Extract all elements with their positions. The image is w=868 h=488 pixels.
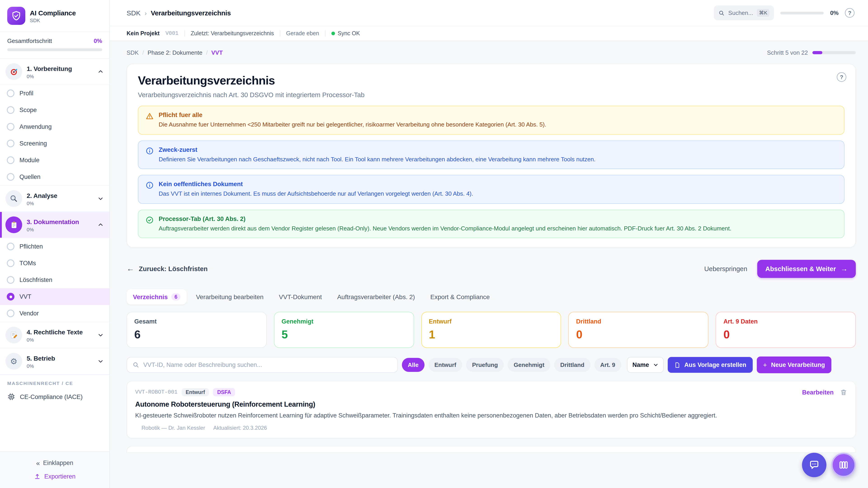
create-from-template-button[interactable]: Aus Vorlage erstellen [668,357,752,373]
sync-ok-dot-icon [331,32,335,35]
keyboard-shortcut-badge: ⌘K [757,9,770,17]
tab-export-compliance[interactable]: Export & Compliance [424,289,496,304]
tab-auftragsverarbeiter[interactable]: Auftragsverarbeiter (Abs. 2) [331,289,421,304]
alert-body: Die Ausnahme fuer Unternehmen <250 Mitar… [159,121,546,129]
chevron-down-icon [97,332,104,338]
chevron-up-icon [97,221,104,228]
page-content: SDK / Phase 2: Dokumente / VVT Schritt 5… [110,41,868,488]
breadcrumb: SDK › Verarbeitungsverzeichnis [127,9,231,17]
magnifier-icon [5,190,22,207]
stat-card-gesamt: Gesamt 6 [127,312,267,348]
divider [325,30,326,37]
clipboard-icon [5,217,22,233]
help-icon[interactable]: ? [845,8,855,18]
record-status-badge: Entwurf [182,388,209,396]
help-icon[interactable]: ? [837,72,846,82]
trash-icon[interactable] [840,389,847,396]
sidebar-item-screening[interactable]: Screening [0,135,110,152]
divider [184,30,185,37]
phase-crumb-phase2[interactable]: Phase 2: Dokumente [148,49,203,56]
record-search [127,357,398,373]
skip-button[interactable]: Ueberspringen [704,265,747,272]
tab-verarbeitung-bearbeiten[interactable]: Verarbeitung bearbeiten [190,289,270,304]
global-search-button[interactable]: Suchen... ⌘K [714,5,774,20]
filter-chip-genehmigt[interactable]: Genehmigt [508,358,550,372]
upload-icon [34,473,41,480]
tab-verzeichnis[interactable]: Verzeichnis 6 [127,289,187,304]
edit-record-button[interactable]: Bearbeiten [802,389,834,396]
step-progress: Schritt 5 von 22 [767,49,856,56]
alert-title: Pflicht fuer alle [159,111,546,119]
sidebar-section-analyse[interactable]: 2. Analyse 0% [0,186,110,212]
record-title: Autonome Robotersteuerung (Reinforcement… [135,400,847,409]
filter-chip-entwurf[interactable]: Entwurf [429,358,462,372]
filter-chip-alle[interactable]: Alle [402,358,425,372]
breadcrumb-page: Verarbeitungsverzeichnis [151,9,231,17]
sidebar-section-betrieb[interactable]: ⚙ 5. Betrieb 0% [0,348,110,375]
back-button[interactable]: ← Zurueck: Löschfristen [127,264,208,273]
phase-crumb-sdk[interactable]: SDK [127,49,138,56]
wizard-nav-row: ← Zurueck: Löschfristen Ueberspringen Ab… [127,260,856,278]
alert-title: Zweck-zuerst [159,146,595,153]
step-label: Schritt 5 von 22 [767,49,808,56]
sync-status: Sync OK [331,30,360,37]
sidebar-item-quellen[interactable]: Quellen [0,168,110,186]
export-button[interactable]: Exportieren [34,473,75,480]
shield-check-icon [7,7,25,25]
topbar: SDK › Verarbeitungsverzeichnis Suchen...… [110,0,868,26]
alert-title: Kein oeffentliches Dokument [159,181,473,188]
gear-icon: ⚙ [5,353,22,369]
section-percent: 0% [27,363,93,368]
sidebar-item-loeschfristen[interactable]: Löschfristen [0,271,110,288]
section-percent: 0% [27,73,93,79]
machine-law-group: MASCHINENRECHT / CE CE-Compliance (IACE) [0,375,110,409]
sidebar-item-ce-compliance[interactable]: CE-Compliance (IACE) [7,391,102,404]
board-view-fab-button[interactable] [831,453,856,477]
sidebar-item-toms[interactable]: TOMs [0,255,110,271]
last-saved-time: Gerade eben [286,30,319,37]
stat-card-drittland: Drittland 0 [568,312,709,348]
overall-progress-bar [7,48,102,51]
chevron-down-icon [97,195,104,202]
section-label: 2. Analyse [27,192,57,199]
filter-chip-drittland[interactable]: Drittland [554,358,590,372]
filter-chip-pruefung[interactable]: Pruefung [466,358,504,372]
chat-fab-button[interactable] [802,453,827,477]
arrow-left-icon: ← [127,264,134,273]
filter-chip-art9[interactable]: Art. 9 [594,358,621,372]
sidebar-section-rechtliche-texte[interactable]: 4. Rechtliche Texte 0% [0,322,110,348]
sidebar-item-profil[interactable]: Profil [0,85,110,102]
section-percent: 0% [27,200,93,206]
complete-continue-button[interactable]: Abschliessen & Weiter → [757,260,856,278]
new-processing-button[interactable]: + Neue Verarbeitung [756,357,831,373]
sidebar-item-vvt[interactable]: VVT [0,288,110,305]
sidebar-item-vendor[interactable]: Vendor [0,305,110,322]
radio-icon [7,140,14,147]
sidebar-section-dokumentation[interactable]: 3. Dokumentation 0% [0,212,110,238]
topbar-progress-value: 0% [830,9,839,16]
record-search-input[interactable] [143,361,392,368]
alert-body: Definieren Sie Verarbeitungen nach Gesch… [159,155,595,163]
status-bar: Kein Projekt V001 Zuletzt: Verarbeitungs… [110,26,868,41]
arrow-right-icon: → [840,265,848,273]
alert-info: Zweck-zuerst Definieren Sie Verarbeitung… [138,140,844,169]
record-owner: Robotik — Dr. Jan Kessler [142,425,205,431]
sidebar-nav: 1. Vorbereitung 0% Profil Scope Anwendun… [0,59,110,451]
chip-icon [7,393,16,401]
app-subtitle: SDK [30,18,76,23]
sidebar-item-anwendung[interactable]: Anwendung [0,119,110,135]
app-window: AI Compliance SDK Gesamtfortschritt 0% 1… [0,0,868,488]
record-card: VVT-ROBOT-001 Entwurf DSFA Bearbeiten Au… [127,381,856,438]
phase-breadcrumb-row: SDK / Phase 2: Dokumente / VVT Schritt 5… [127,46,856,58]
collapse-sidebar-button[interactable]: « Einklappen [36,459,73,467]
sidebar-section-vorbereitung[interactable]: 1. Vorbereitung 0% [0,59,110,85]
tab-vvt-dokument[interactable]: VVT-Dokument [273,289,328,304]
sidebar-item-module[interactable]: Module [0,152,110,168]
sidebar-item-pflichten[interactable]: Pflichten [0,238,110,255]
sort-select[interactable]: Name [627,357,664,373]
sidebar-item-scope[interactable]: Scope [0,102,110,119]
search-icon [718,10,725,16]
alert-info: Kein oeffentliches Dokument Das VVT ist … [138,175,844,203]
floating-actions [802,453,856,477]
breadcrumb-root[interactable]: SDK [127,9,141,17]
